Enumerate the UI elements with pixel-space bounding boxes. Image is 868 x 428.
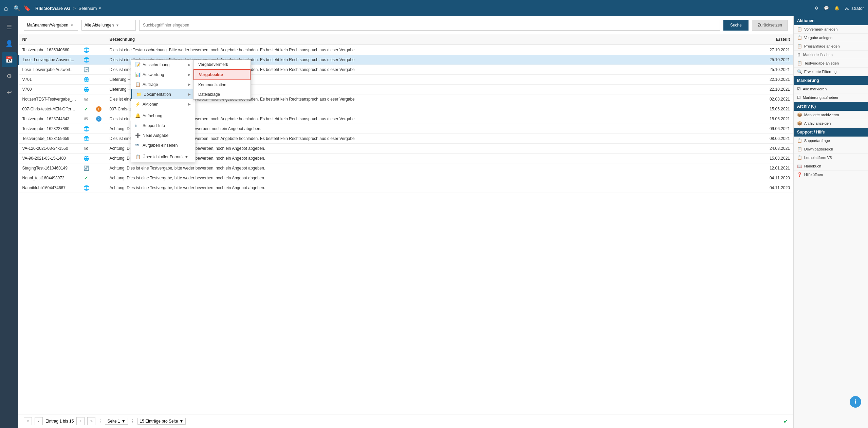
panel-link-label: Markierung aufheben: [803, 95, 838, 100]
cell-icon2: [93, 75, 106, 85]
cm-auswertung[interactable]: 📊Auswertung ▶: [131, 70, 195, 79]
user-name[interactable]: A. istrator: [845, 6, 864, 11]
topnav: ⌂ 🔍 🔖 RIB Software AG > Selenium ▼ ⚙ 💬 🔔…: [0, 0, 868, 16]
submenu-dokumentation[interactable]: Vergabevermerk Vergabeakte Kommunikation…: [193, 59, 251, 100]
sidebar: ☰ 👤 📅 ⚙ ↩: [0, 16, 18, 428]
settings-icon[interactable]: ⚙: [815, 6, 818, 11]
cm-dokumentation-arrow: ▶: [188, 92, 191, 96]
panel-link[interactable]: 📦Markierte archivieren: [794, 111, 868, 119]
panel-link[interactable]: 📖Handbuch: [794, 162, 868, 171]
submenu-vergabevermerk[interactable]: Vergabevermerk: [193, 60, 251, 69]
bookmark-icon[interactable]: 🔖: [24, 5, 31, 12]
cell-nr: VA-90-2021-03-15-1400: [19, 154, 80, 163]
cm-aufgaben-einsehen[interactable]: 👁Aufgaben einsehen: [131, 140, 195, 150]
breadcrumb-separator: >: [73, 6, 76, 11]
cell-icon2: [93, 163, 106, 173]
cm-ausschreibung[interactable]: 📝Ausschreibung ▶: [131, 60, 195, 70]
panel-link[interactable]: 🗑Markierte löschen: [794, 51, 868, 59]
cell-icon2: [93, 85, 106, 94]
cm-dokumentation[interactable]: 📁Dokumentation ▶: [131, 89, 195, 99]
cell-icon2: [93, 144, 106, 154]
module-name[interactable]: Selenium ▼: [78, 6, 101, 11]
panel-link[interactable]: 📋Lernplattform V5: [794, 154, 868, 162]
cm-formulare[interactable]: 📋Übersicht aller Formulare: [131, 152, 195, 162]
table-row[interactable]: Nanni_test1604493972 ✔ Achtung: Dies ist…: [19, 173, 794, 183]
col-header-nr: Nr: [19, 34, 80, 45]
page-dots: ⋮: [98, 419, 102, 424]
info-button[interactable]: i: [850, 396, 861, 408]
cell-icon1: 🔄: [80, 65, 93, 75]
reset-button[interactable]: Zurücksetzen: [752, 20, 788, 31]
panel-section-header: Support / Hilfe: [794, 128, 868, 137]
cm-divider2: [131, 151, 195, 151]
cm-auswertung-arrow: ▶: [188, 73, 191, 76]
globe-icon: 🌐: [84, 47, 89, 53]
cell-icon2: [93, 134, 106, 144]
table-row[interactable]: Testvergabe_1635340660 🌐 Dies ist eine T…: [19, 45, 794, 55]
dropdown-abteilungen[interactable]: Alle Abteilungen ▼: [81, 20, 136, 31]
sidebar-item-users[interactable]: 👤: [2, 36, 17, 51]
panel-link[interactable]: 📋Preisanfrage anlegen: [794, 42, 868, 51]
submenu-kommunikation[interactable]: Kommunikation: [193, 80, 251, 90]
cell-bezeichnung: Achtung: Dies ist eine Testvergabe, bitt…: [106, 144, 753, 154]
table-row[interactable]: StagingTest-1610460149 🔄 Achtung: Dies i…: [19, 163, 794, 173]
submenu-vergabeakte[interactable]: Vergabeakte: [193, 69, 251, 80]
sidebar-item-calendar[interactable]: 📅: [2, 52, 17, 67]
panel-link[interactable]: 📋Vorvermerk anlegen: [794, 25, 868, 34]
panel-link[interactable]: 🔍Erweiterte Filterung: [794, 68, 868, 76]
page-prev-btn[interactable]: ‹: [35, 417, 43, 425]
col-header-bezeichnung: Bezeichnung: [106, 34, 753, 45]
bell-icon[interactable]: 🔔: [834, 6, 839, 11]
cell-icon1: 🌐: [80, 134, 93, 144]
search-input[interactable]: [139, 20, 720, 31]
table-row[interactable]: Nanniblubb1604474667 🌐 Achtung: Dies ist…: [19, 183, 794, 193]
cell-icon1: 🌐: [80, 55, 93, 65]
panel-link[interactable]: 📋Testvergabe anlegen: [794, 59, 868, 68]
panel-link[interactable]: ❓Hilfe öffnen: [794, 171, 868, 179]
cm-divider1: [131, 110, 195, 110]
sidebar-item-menu[interactable]: ☰: [2, 20, 17, 35]
panel-link[interactable]: 📋Downloadbereich: [794, 145, 868, 154]
cell-icon2: [93, 55, 106, 65]
globe-icon: 🌐: [84, 87, 89, 92]
dropdown-massnahmen[interactable]: Maßnahmen/Vergaben ▼: [24, 20, 78, 31]
panel-link-icon: 📋: [797, 61, 802, 66]
sidebar-item-back[interactable]: ↩: [2, 85, 17, 100]
search-icon[interactable]: 🔍: [14, 5, 20, 12]
page-next-btn[interactable]: ›: [76, 417, 85, 425]
panel-link-label: Hilfe öffnen: [804, 173, 823, 177]
submenu-dateiablage[interactable]: Dateiablage: [193, 90, 251, 99]
cm-auftraege[interactable]: 📋Aufträge ▶: [131, 79, 195, 89]
panel-link[interactable]: ☑Alle markieren: [794, 85, 868, 93]
globe-icon: 🌐: [84, 57, 89, 63]
cell-icon2: 2: [93, 114, 106, 124]
breadcrumb: RIB Software AG > Selenium ▼: [35, 6, 101, 11]
page-select[interactable]: Seite 1 ▼: [105, 418, 128, 425]
cm-support-info[interactable]: ℹSupport-Info: [131, 121, 195, 130]
panel-link[interactable]: ☑Markierung aufheben: [794, 93, 868, 102]
chat-icon[interactable]: 💬: [824, 6, 829, 11]
page-first-btn[interactable]: «: [24, 417, 32, 425]
cell-icon1: 🌐: [80, 154, 93, 163]
panel-link[interactable]: 📋Supportanfrage: [794, 137, 868, 145]
page-last-btn[interactable]: »: [87, 417, 95, 425]
company-name: RIB Software AG: [35, 6, 71, 11]
cell-nr: StagingTest-1610460149: [19, 163, 80, 173]
panel-link[interactable]: 📦Archiv anzeigen: [794, 119, 868, 128]
cell-icon2: 1: [93, 104, 106, 114]
sidebar-item-settings[interactable]: ⚙: [2, 69, 17, 84]
cell-icon1: 🌐: [80, 85, 93, 94]
context-menu[interactable]: 📝Ausschreibung ▶ 📊Auswertung ▶ 📋Aufträge…: [131, 59, 195, 162]
panel-link[interactable]: 📋Vergabe anlegen: [794, 34, 868, 42]
dropdown1-arrow: ▼: [70, 23, 74, 27]
entries-per-page-select[interactable]: 15 Einträge pro Seite ▼: [137, 418, 186, 425]
home-icon[interactable]: ⌂: [4, 4, 8, 12]
dropdown2-arrow: ▼: [116, 23, 119, 27]
cm-neue-aufgabe[interactable]: ➕Neue Aufgabe: [131, 130, 195, 140]
search-button[interactable]: Suche: [723, 20, 749, 31]
cell-icon2: [93, 65, 106, 75]
panel-link-label: Markierte archivieren: [804, 113, 839, 117]
cm-aufhebung[interactable]: 🔔Aufhebung: [131, 111, 195, 121]
cell-erstellt: 12.01.2021: [753, 163, 793, 173]
cm-aktionen[interactable]: ⚡Aktionen ▶: [131, 99, 195, 109]
